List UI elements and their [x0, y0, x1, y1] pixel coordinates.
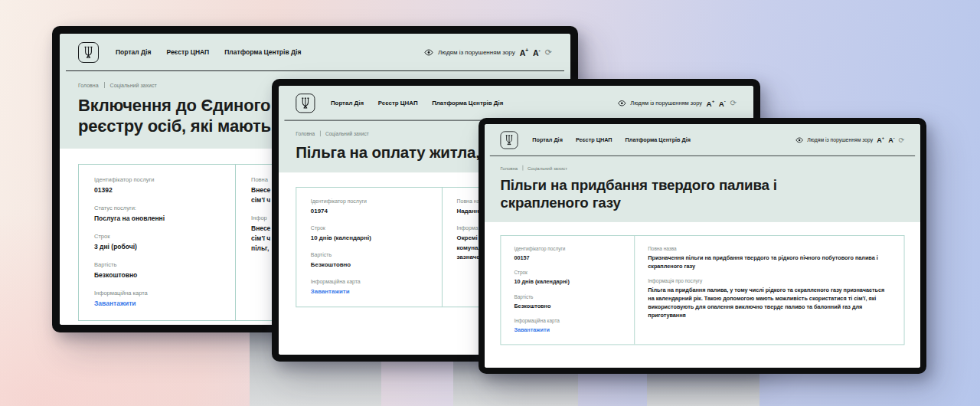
download-link[interactable]: Завантажити — [94, 299, 220, 309]
refresh-icon[interactable]: ⟳ — [730, 99, 737, 106]
field-full-name: Повна назва Призначення пільги на придба… — [648, 245, 890, 270]
field-label: Інформаційна карта — [311, 278, 428, 284]
site-header: Портал Дія Реєстр ЦНАП Платформа Центрів… — [60, 34, 570, 70]
field-service-status: Статус послуги: Послуга на оновленні — [94, 205, 220, 224]
accessibility-label[interactable]: Людям із порушенням зору — [630, 100, 702, 106]
nav-portal-diia[interactable]: Портал Дія — [331, 100, 364, 106]
nav-portal-diia[interactable]: Портал Дія — [116, 48, 151, 56]
breadcrumb-section[interactable]: Соціальний захист — [528, 165, 567, 170]
eye-icon — [618, 97, 626, 110]
font-increase-button[interactable]: A+ — [707, 99, 715, 106]
page-top-band: Портал Дія Реєстр ЦНАП Платформа Центрів… — [485, 124, 920, 222]
field-term: Строк 3 дні (робочі) — [94, 233, 220, 252]
field-term: Строк 10 днів (календарні) — [514, 270, 621, 286]
breadcrumb-home[interactable]: Головна — [78, 83, 99, 88]
field-value: Послуга на оновленні — [94, 214, 220, 224]
field-label: Ідентифікатор послуги — [514, 245, 621, 251]
service-card: Ідентифікатор послуги 00157 Строк 10 дні… — [500, 235, 904, 345]
field-value: Призначення пільги на придбання твердого… — [648, 253, 890, 270]
accessibility-label[interactable]: Людям із порушенням зору — [807, 137, 873, 143]
field-value: 00157 — [514, 253, 621, 261]
field-term: Строк 10 днів (календарні) — [311, 225, 428, 243]
ukraine-trident-icon[interactable] — [296, 93, 315, 113]
field-label: Вартість — [94, 261, 220, 268]
breadcrumb-section[interactable]: Соціальний захист — [325, 131, 369, 136]
field-value: Безкоштовно — [514, 302, 621, 310]
field-value: 10 днів (календарні) — [311, 234, 428, 243]
eye-icon — [795, 134, 803, 146]
field-value: Безкоштовно — [94, 270, 220, 280]
site-header: Портал Дія Реєстр ЦНАП Платформа Центрів… — [279, 86, 753, 120]
breadcrumb-separator — [522, 165, 523, 171]
field-info-card: Інформаційна карта Завантажити — [514, 318, 621, 334]
accessibility-controls: Людям із порушенням зору A+ A- ⟳ — [795, 134, 905, 146]
field-cost: Вартість Безкоштовно — [514, 294, 621, 310]
download-link[interactable]: Завантажити — [311, 286, 428, 296]
card-column-left: Ідентифікатор послуги 01974 Строк 10 дні… — [296, 188, 443, 306]
refresh-icon[interactable]: ⟳ — [899, 136, 905, 143]
refresh-icon[interactable]: ⟳ — [545, 48, 552, 57]
ukraine-trident-icon[interactable] — [500, 131, 518, 149]
font-increase-button[interactable]: A+ — [520, 48, 528, 57]
ukraine-trident-icon[interactable] — [78, 42, 99, 63]
download-link[interactable]: Завантажити — [514, 326, 621, 335]
main-nav: Портал Дія Реєстр ЦНАП Платформа Центрів… — [331, 100, 503, 106]
card-column-left: Ідентифікатор послуги 00157 Строк 10 дні… — [501, 235, 635, 344]
font-decrease-button[interactable]: A- — [533, 48, 541, 57]
nav-reestr-cnap[interactable]: Реєстр ЦНАП — [576, 136, 612, 143]
field-value: 01392 — [94, 185, 220, 195]
field-value: 01974 — [311, 207, 428, 216]
field-cost: Вартість Безкоштовно — [94, 261, 220, 280]
field-label: Строк — [311, 225, 428, 231]
eye-icon — [424, 45, 433, 59]
field-value: 10 днів (календарні) — [514, 277, 621, 286]
field-label: Вартість — [311, 251, 428, 257]
field-value: Безкоштовно — [311, 260, 428, 269]
field-service-id: Ідентифікатор послуги 01974 — [311, 198, 428, 216]
nav-platforma-centriv-diia[interactable]: Платформа Центрів Дія — [432, 100, 503, 106]
field-service-id: Ідентифікатор послуги 01392 — [94, 176, 220, 195]
site-header: Портал Дія Реєстр ЦНАП Платформа Центрів… — [485, 124, 920, 156]
nav-platforma-centriv-diia[interactable]: Платформа Центрів Дія — [626, 136, 691, 143]
font-increase-button[interactable]: A+ — [877, 136, 884, 143]
main-nav: Портал Дія Реєстр ЦНАП Платформа Центрів… — [116, 48, 301, 56]
nav-portal-diia[interactable]: Портал Дія — [532, 136, 563, 143]
field-service-info: Інформація про послугу Пільга на придбан… — [648, 278, 890, 320]
breadcrumb-home[interactable]: Головна — [296, 131, 315, 136]
field-label: Ідентифікатор послуги — [311, 198, 428, 205]
content: Ідентифікатор послуги 00157 Строк 10 дні… — [485, 222, 920, 359]
field-label: Вартість — [514, 294, 621, 300]
field-label: Інформаційна карта — [94, 290, 220, 296]
field-info-card: Інформаційна карта Завантажити — [94, 290, 220, 309]
nav-reestr-cnap[interactable]: Реєстр ЦНАП — [166, 48, 209, 56]
breadcrumb-section[interactable]: Соціальний захист — [110, 83, 157, 88]
hero: Головна Соціальний захист Пільги на прид… — [485, 156, 920, 222]
field-label: Інформація про послугу — [648, 278, 890, 284]
breadcrumb-separator — [104, 82, 105, 88]
accessibility-label[interactable]: Людям із порушенням зору — [438, 49, 515, 56]
main-nav: Портал Дія Реєстр ЦНАП Платформа Центрів… — [532, 136, 691, 143]
field-label: Ідентифікатор послуги — [94, 176, 220, 183]
field-label: Строк — [514, 270, 621, 276]
field-info-card: Інформаційна карта Завантажити — [311, 278, 428, 296]
card-column-right: Повна назва Призначення пільги на придба… — [635, 235, 903, 344]
accessibility-controls: Людям із порушенням зору A+ A- ⟳ — [618, 97, 737, 110]
field-label: Повна назва — [648, 245, 890, 251]
card-column-left: Ідентифікатор послуги 01392 Статус послу… — [79, 165, 236, 321]
field-value: Пільга на придбання палива, у тому числі… — [648, 286, 890, 320]
breadcrumb-home[interactable]: Головна — [500, 165, 518, 170]
nav-reestr-cnap[interactable]: Реєстр ЦНАП — [378, 100, 418, 106]
font-decrease-button[interactable]: A- — [719, 99, 726, 106]
field-label: Інформаційна карта — [514, 318, 621, 324]
page-title: Пільги на придбання твердого палива і ск… — [500, 176, 866, 212]
field-cost: Вартість Безкоштовно — [311, 251, 428, 269]
breadcrumb-separator — [320, 131, 321, 136]
field-label: Статус послуги: — [94, 205, 220, 211]
nav-platforma-centriv-diia[interactable]: Платформа Центрів Дія — [224, 48, 301, 56]
accessibility-controls: Людям із порушенням зору A+ A- ⟳ — [424, 45, 552, 59]
screen: Портал Дія Реєстр ЦНАП Платформа Центрів… — [485, 124, 920, 368]
font-decrease-button[interactable]: A- — [888, 136, 894, 143]
monitor-front-right: Портал Дія Реєстр ЦНАП Платформа Центрів… — [479, 118, 926, 374]
field-service-id: Ідентифікатор послуги 00157 — [514, 245, 621, 261]
breadcrumb: Головна Соціальний захист — [500, 165, 904, 171]
